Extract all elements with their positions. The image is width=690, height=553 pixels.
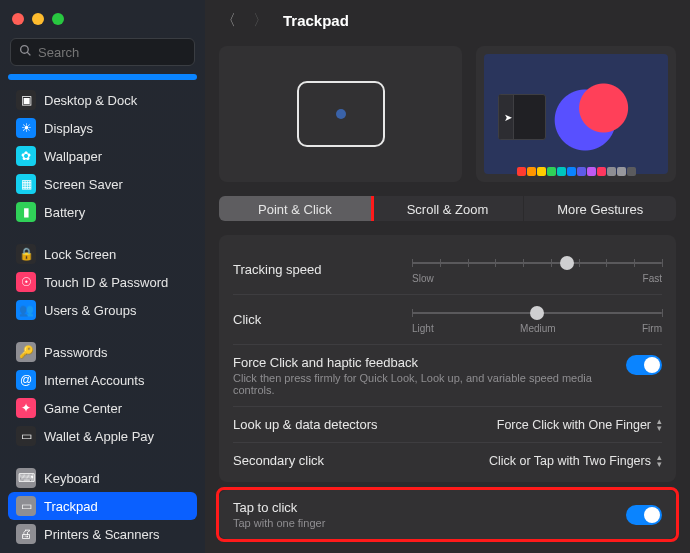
keyboard-icon: ⌨ xyxy=(16,468,36,488)
printers-scanners-icon: 🖨 xyxy=(16,524,36,544)
swatch xyxy=(607,167,616,176)
secondary-click-label: Secondary click xyxy=(233,453,324,468)
secondary-click-row: Secondary click Click or Tap with Two Fi… xyxy=(233,443,662,482)
sidebar-item-passwords[interactable]: 🔑Passwords xyxy=(8,338,197,366)
secondary-click-select[interactable]: Click or Tap with Two Fingers ▴▾ xyxy=(489,454,662,468)
search-field[interactable] xyxy=(10,38,195,66)
tab-scroll-zoom[interactable]: Scroll & Zoom xyxy=(371,196,524,221)
swatch xyxy=(597,167,606,176)
sidebar-item-label: Trackpad xyxy=(44,499,98,514)
sidebar: ▣Desktop & Dock☀Displays✿Wallpaper▦Scree… xyxy=(0,0,205,553)
tracking-max-label: Fast xyxy=(643,273,662,284)
sidebar-item-internet-accounts[interactable]: @Internet Accounts xyxy=(8,366,197,394)
window-traffic-lights xyxy=(0,0,205,38)
desktop-preview: ➤ xyxy=(476,46,676,182)
tracking-speed-label: Tracking speed xyxy=(233,262,321,277)
click-mid-label: Medium xyxy=(520,323,556,334)
system-settings-window: ▣Desktop & Dock☀Displays✿Wallpaper▦Scree… xyxy=(0,0,690,553)
battery-icon: ▮ xyxy=(16,202,36,222)
sidebar-item-wallpaper[interactable]: ✿Wallpaper xyxy=(8,142,197,170)
secondary-click-value: Click or Tap with Two Fingers xyxy=(489,454,651,468)
swatch xyxy=(627,167,636,176)
force-click-label: Force Click and haptic feedback xyxy=(233,355,614,370)
close-dot[interactable] xyxy=(12,13,24,25)
force-click-row: Force Click and haptic feedback Click th… xyxy=(233,345,662,407)
force-click-toggle[interactable] xyxy=(626,355,662,375)
preview-row: ➤ xyxy=(219,46,676,182)
sidebar-item-desktop-dock[interactable]: ▣Desktop & Dock xyxy=(8,86,197,114)
lookup-value: Force Click with One Finger xyxy=(497,418,651,432)
header: 〈 〉 Trackpad xyxy=(219,0,676,42)
search-icon xyxy=(19,43,32,61)
sidebar-item-printers-scanners[interactable]: 🖨Printers & Scanners xyxy=(8,520,197,548)
sidebar-item-label: Users & Groups xyxy=(44,303,136,318)
users-groups-icon: 👥 xyxy=(16,300,36,320)
click-left-label: Light xyxy=(412,323,434,334)
chevron-up-down-icon: ▴▾ xyxy=(657,454,662,468)
sidebar-item-label: Lock Screen xyxy=(44,247,116,262)
zoom-dot[interactable] xyxy=(52,13,64,25)
lookup-select[interactable]: Force Click with One Finger ▴▾ xyxy=(497,418,662,432)
wallet-apple-pay-icon: ▭ xyxy=(16,426,36,446)
accent-color-swatches xyxy=(476,167,676,176)
svg-point-0 xyxy=(21,46,29,54)
tap-to-click-group: Tap to click Tap with one finger xyxy=(219,490,676,539)
tap-to-click-toggle[interactable] xyxy=(626,505,662,525)
force-click-sub: Click then press firmly for Quick Look, … xyxy=(233,372,614,396)
sidebar-item-keyboard[interactable]: ⌨Keyboard xyxy=(8,464,197,492)
lock-screen-icon: 🔒 xyxy=(16,244,36,264)
sidebar-item-game-center[interactable]: ✦Game Center xyxy=(8,394,197,422)
tab-more-gestures[interactable]: More Gestures xyxy=(523,196,676,221)
sidebar-item-label: Internet Accounts xyxy=(44,373,144,388)
game-center-icon: ✦ xyxy=(16,398,36,418)
sidebar-item-displays[interactable]: ☀Displays xyxy=(8,114,197,142)
tap-to-click-label: Tap to click xyxy=(233,500,325,515)
wallpaper-icon: ✿ xyxy=(16,146,36,166)
tap-to-click-sub: Tap with one finger xyxy=(233,517,325,529)
nav-back[interactable]: 〈 xyxy=(219,11,237,30)
swatch xyxy=(617,167,626,176)
svg-line-1 xyxy=(27,52,30,55)
swatch xyxy=(577,167,586,176)
sidebar-item-users-groups[interactable]: 👥Users & Groups xyxy=(8,296,197,324)
search-input[interactable] xyxy=(38,45,206,60)
sidebar-item-battery[interactable]: ▮Battery xyxy=(8,198,197,226)
sidebar-item-label: Game Center xyxy=(44,401,122,416)
click-row: Click Light Medium Firm xyxy=(233,295,662,345)
lookup-row: Look up & data detectors Force Click wit… xyxy=(233,407,662,443)
swatch xyxy=(547,167,556,176)
swatch xyxy=(527,167,536,176)
sidebar-item-label: Screen Saver xyxy=(44,177,123,192)
tracking-speed-slider[interactable] xyxy=(412,255,662,271)
sidebar-item-trackpad[interactable]: ▭Trackpad xyxy=(8,492,197,520)
minimize-dot[interactable] xyxy=(32,13,44,25)
swatch xyxy=(557,167,566,176)
trackpad-animation-preview xyxy=(219,46,462,182)
sidebar-item-label: Touch ID & Password xyxy=(44,275,168,290)
sidebar-item-label: Printers & Scanners xyxy=(44,527,160,542)
sidebar-item-label: Displays xyxy=(44,121,93,136)
swatch xyxy=(587,167,596,176)
click-label: Click xyxy=(233,312,261,327)
cursor-icon: ➤ xyxy=(504,112,512,123)
click-slider[interactable] xyxy=(412,305,662,321)
trackpad-tabs: Point & ClickScroll & ZoomMore Gestures xyxy=(219,196,676,221)
sidebar-item-screen-saver[interactable]: ▦Screen Saver xyxy=(8,170,197,198)
chevron-up-down-icon: ▴▾ xyxy=(657,418,662,432)
swatch xyxy=(517,167,526,176)
sidebar-item-label: Keyboard xyxy=(44,471,100,486)
main-pane: 〈 〉 Trackpad ➤ Point & ClickScroll & Zoo… xyxy=(205,0,690,553)
sidebar-item-wallet-apple-pay[interactable]: ▭Wallet & Apple Pay xyxy=(8,422,197,450)
sidebar-item-lock-screen[interactable]: 🔒Lock Screen xyxy=(8,240,197,268)
tab-point-click[interactable]: Point & Click xyxy=(219,196,371,221)
screen-saver-icon: ▦ xyxy=(16,174,36,194)
touch-id-password-icon: ☉ xyxy=(16,272,36,292)
swatch xyxy=(537,167,546,176)
trackpad-outline-icon xyxy=(297,81,385,147)
sidebar-item-label: Desktop & Dock xyxy=(44,93,137,108)
displays-icon: ☀ xyxy=(16,118,36,138)
sidebar-item-touch-id-password[interactable]: ☉Touch ID & Password xyxy=(8,268,197,296)
settings-group: Tracking speed Slow Fast Click xyxy=(219,235,676,482)
tracking-speed-row: Tracking speed Slow Fast xyxy=(233,245,662,295)
passwords-icon: 🔑 xyxy=(16,342,36,362)
